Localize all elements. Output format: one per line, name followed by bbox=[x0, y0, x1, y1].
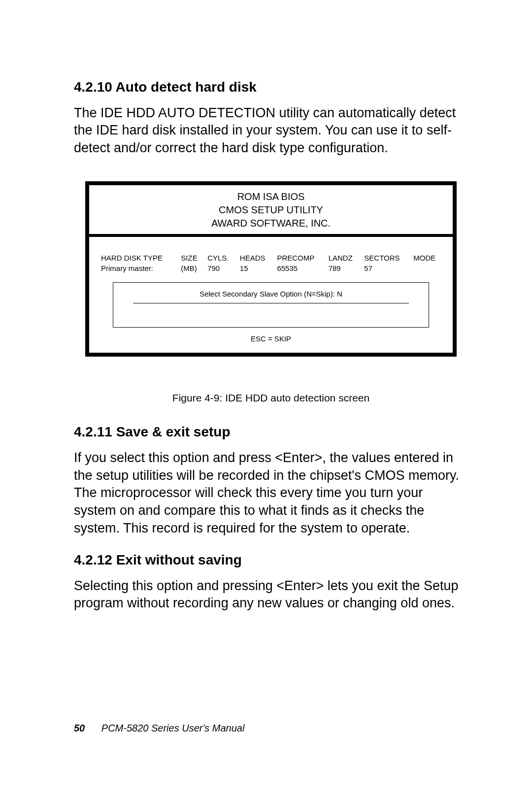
bios-header: ROM ISA BIOS CMOS SETUP UTILITY AWARD SO… bbox=[89, 185, 453, 237]
bios-table-wrap: HARD DISK TYPE SIZE CYLS. HEADS PRECOMP … bbox=[89, 237, 453, 353]
bios-table-header-row: HARD DISK TYPE SIZE CYLS. HEADS PRECOMP … bbox=[98, 254, 444, 264]
col-sectors: SECTORS bbox=[361, 254, 410, 264]
bios-prompt-frame: Select Secondary Slave Option (N=Skip): … bbox=[113, 282, 429, 328]
col-cyls: CYLS. bbox=[204, 254, 237, 264]
page-footer: 50 PCM-5820 Series User's Manual bbox=[74, 723, 244, 734]
cell-landz: 789 bbox=[326, 264, 362, 274]
cell-precomp: 65535 bbox=[274, 264, 325, 274]
page-number: 50 bbox=[74, 723, 85, 733]
cell-size: (MB) bbox=[178, 264, 204, 274]
col-hard-disk-type: HARD DISK TYPE bbox=[98, 254, 178, 264]
col-precomp: PRECOMP bbox=[274, 254, 325, 264]
cell-mode bbox=[410, 264, 444, 274]
col-heads: HEADS bbox=[237, 254, 274, 264]
col-landz: LANDZ bbox=[326, 254, 362, 264]
bios-prompt-text: Select Secondary Slave Option (N=Skip): … bbox=[118, 290, 424, 298]
bios-esc-hint: ESC = SKIP bbox=[98, 328, 444, 348]
bios-title-2: CMOS SETUP UTILITY bbox=[89, 203, 453, 217]
cell-heads: 15 bbox=[237, 264, 274, 274]
cell-hard-disk-type: Primary master: bbox=[98, 264, 178, 274]
bios-table-data-row: Primary master: (MB) 790 15 65535 789 57 bbox=[98, 264, 444, 274]
manual-page: 4.2.10 Auto detect hard disk The IDE HDD… bbox=[0, 0, 532, 797]
bios-screenshot-box: ROM ISA BIOS CMOS SETUP UTILITY AWARD SO… bbox=[85, 181, 457, 357]
section-heading-auto-detect: 4.2.10 Auto detect hard disk bbox=[74, 79, 468, 96]
section-body-save-exit: If you select this option and press <Ent… bbox=[74, 449, 468, 537]
bios-prompt-divider bbox=[133, 303, 409, 303]
figure-caption: Figure 4-9: IDE HDD auto detection scree… bbox=[74, 392, 468, 404]
bios-title-1: ROM ISA BIOS bbox=[89, 190, 453, 203]
section-heading-save-exit: 4.2.11 Save & exit setup bbox=[74, 424, 468, 440]
cell-sectors: 57 bbox=[361, 264, 410, 274]
bios-table: HARD DISK TYPE SIZE CYLS. HEADS PRECOMP … bbox=[98, 254, 444, 274]
section-body-exit-no-save: Selecting this option and pressing <Ente… bbox=[74, 577, 468, 612]
col-size: SIZE bbox=[178, 254, 204, 264]
bios-title-3: AWARD SOFTWARE, INC. bbox=[89, 217, 453, 230]
section-body-auto-detect: The IDE HDD AUTO DETECTION utility can a… bbox=[74, 104, 468, 157]
manual-title: PCM-5820 Series User's Manual bbox=[101, 723, 245, 733]
cell-cyls: 790 bbox=[204, 264, 237, 274]
col-mode: MODE bbox=[410, 254, 444, 264]
section-heading-exit-no-save: 4.2.12 Exit without saving bbox=[74, 552, 468, 568]
